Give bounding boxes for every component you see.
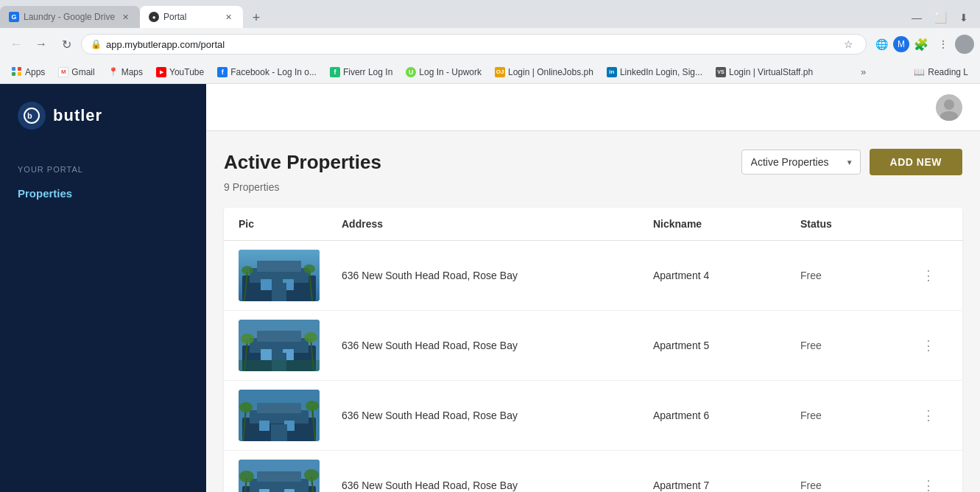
sidebar-logo: b butler (0, 84, 206, 147)
bookmark-gmail[interactable]: M Gmail (52, 66, 100, 79)
property-status-4: Free (800, 479, 918, 491)
svg-point-0 (961, 38, 968, 46)
svg-point-48 (239, 471, 254, 482)
main-header (206, 84, 980, 131)
col-header-actions (918, 218, 948, 230)
main-content: Active Properties Active Properties All … (206, 84, 980, 492)
browser-chrome: G Laundry - Google Drive ✕ ● Portal ✕ + … (0, 0, 980, 84)
svg-rect-28 (239, 360, 320, 371)
fiverr-favicon: f (330, 67, 340, 77)
tab-portal-close[interactable]: ✕ (222, 11, 234, 23)
col-header-nickname: Nickname (653, 218, 800, 230)
table-row: 636 New South Head Road, Rose Bay Apartm… (224, 451, 962, 492)
svg-point-39 (306, 401, 319, 411)
bookmark-onlinejobs[interactable]: OJ Login | OnlineJobs.ph (489, 66, 599, 79)
table-row: 636 New South Head Road, Rose Bay Apartm… (224, 311, 962, 381)
bookmarks-more-button[interactable]: » (856, 65, 871, 80)
row-menu-2[interactable]: ⋮ (918, 335, 939, 356)
property-address-3: 636 New South Head Road, Rose Bay (342, 410, 653, 421)
page-title: Active Properties (224, 151, 381, 174)
maximize-button[interactable]: ⬜ (930, 7, 951, 28)
bookmark-virtualstaff[interactable]: VS Login | VirtualStaff.ph (710, 66, 819, 79)
property-image-2 (239, 320, 342, 371)
filter-select[interactable]: Active Properties All Properties Inactiv… (741, 150, 861, 175)
svg-rect-44 (259, 489, 269, 492)
logo-text: butler (53, 106, 102, 125)
virtualstaff-favicon: VS (716, 67, 726, 77)
svg-point-5 (940, 111, 958, 121)
bookmarks-bar: Apps M Gmail 📍 Maps ▶ YouTube f Facebook… (0, 60, 980, 84)
refresh-button[interactable]: ↻ (56, 34, 77, 55)
page-top: Active Properties Active Properties All … (224, 149, 962, 175)
add-new-button[interactable]: ADD NEW (870, 149, 962, 175)
property-address-1: 636 New South Head Road, Rose Bay (342, 270, 653, 281)
reading-list-icon: 📖 (914, 67, 925, 77)
tab-drive[interactable]: G Laundry - Google Drive ✕ (0, 6, 140, 28)
svg-rect-10 (261, 279, 272, 290)
property-nickname-2: Apartment 5 (653, 340, 800, 351)
property-status-3: Free (800, 410, 918, 421)
bookmark-upwork-label: Log In - Upwork (419, 67, 482, 77)
bookmark-fiverr-label: Fiverr Log In (343, 67, 392, 77)
back-button[interactable]: ← (6, 34, 27, 55)
property-nickname-1: Apartment 4 (653, 270, 800, 281)
tab-drive-close[interactable]: ✕ (119, 11, 131, 23)
reading-list-button[interactable]: 📖 Reading L (908, 66, 974, 79)
svg-rect-33 (259, 421, 269, 431)
bookmark-fiverr[interactable]: f Fiverr Log In (324, 66, 398, 79)
bookmark-linkedin-label: LinkedIn Login, Sig... (620, 67, 702, 77)
translate-icon[interactable]: 🌐 (871, 34, 892, 55)
property-status-1: Free (800, 270, 918, 281)
svg-point-14 (242, 266, 253, 275)
row-menu-4[interactable]: ⋮ (918, 475, 939, 492)
svg-rect-43 (257, 471, 301, 482)
svg-rect-35 (271, 424, 287, 441)
header-user-avatar[interactable] (936, 94, 962, 121)
svg-point-25 (241, 334, 254, 344)
lock-icon: 🔒 (91, 39, 102, 49)
bookmark-maps-label: Maps (121, 67, 143, 77)
facebook-favicon: f (217, 67, 228, 77)
address-bar[interactable]: 🔒 app.mybutlerapp.com/portal ☆ (81, 34, 867, 55)
col-header-status: Status (800, 218, 918, 230)
table-header: Pic Address Nickname Status (224, 208, 962, 241)
forward-button[interactable]: → (31, 34, 52, 55)
bookmark-apps[interactable]: Apps (6, 66, 51, 79)
portal-favicon: ● (149, 12, 159, 22)
new-tab-button[interactable]: + (246, 7, 267, 28)
extension-icon[interactable]: 🧩 (911, 34, 931, 55)
bookmark-maps[interactable]: 📍 Maps (102, 66, 149, 79)
address-url: app.mybutlerapp.com/portal (106, 39, 839, 50)
properties-subtitle: 9 Properties (224, 181, 962, 193)
svg-rect-32 (257, 403, 301, 413)
profile-icon[interactable]: M (893, 36, 909, 52)
col-header-pic: Pic (239, 218, 342, 230)
tab-bar: G Laundry - Google Drive ✕ ● Portal ✕ + … (0, 0, 980, 28)
toolbar-icons: 🌐 M 🧩 ⋮ (871, 34, 974, 55)
tab-drive-title: Laundry - Google Drive (24, 12, 115, 22)
youtube-favicon: ▶ (156, 67, 166, 77)
bookmark-upwork[interactable]: U Log In - Upwork (400, 66, 487, 79)
bookmark-youtube[interactable]: ▶ YouTube (150, 66, 210, 79)
svg-rect-12 (272, 283, 286, 301)
sidebar-item-properties[interactable]: Properties (0, 180, 206, 207)
row-menu-1[interactable]: ⋮ (918, 265, 939, 286)
bookmark-facebook-label: Facebook - Log In o... (230, 67, 317, 77)
gmail-favicon: M (58, 67, 68, 77)
bookmark-star-icon[interactable]: ☆ (839, 35, 857, 53)
bookmark-linkedin[interactable]: in LinkedIn Login, Sig... (601, 66, 708, 79)
user-profile-avatar[interactable] (955, 35, 974, 54)
page-top-right: Active Properties All Properties Inactiv… (741, 149, 962, 175)
property-nickname-3: Apartment 6 (653, 410, 800, 421)
tab-portal[interactable]: ● Portal ✕ (140, 6, 243, 28)
row-menu-3[interactable]: ⋮ (918, 405, 939, 426)
property-image-4 (239, 460, 342, 492)
table-row: 636 New South Head Road, Rose Bay Apartm… (224, 381, 962, 451)
downloads-icon[interactable]: ⬇ (953, 7, 974, 28)
svg-rect-20 (257, 331, 301, 342)
svg-point-37 (239, 402, 253, 412)
minimize-button[interactable]: — (906, 7, 927, 28)
more-icon[interactable]: ⋮ (933, 34, 953, 55)
onlinejobs-favicon: OJ (495, 67, 505, 77)
bookmark-facebook[interactable]: f Facebook - Log In o... (211, 66, 322, 79)
